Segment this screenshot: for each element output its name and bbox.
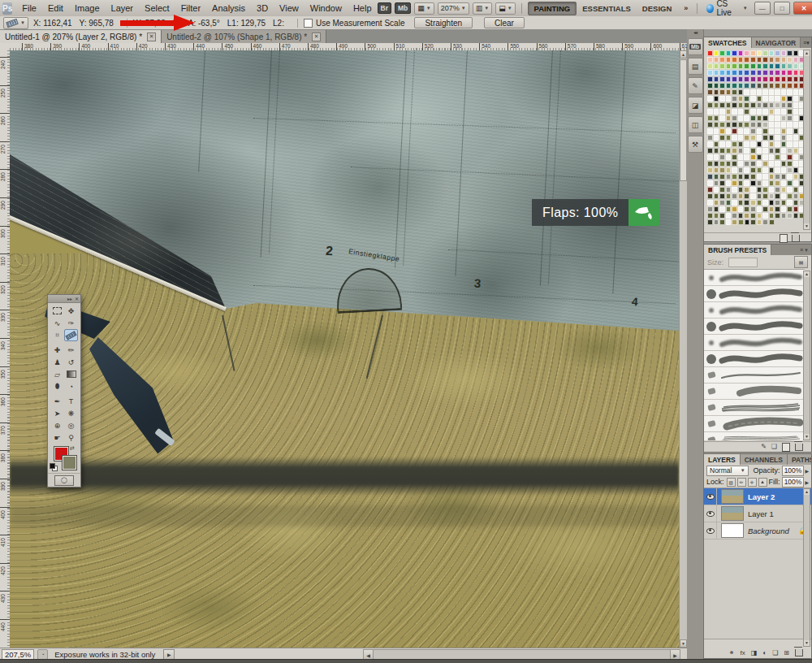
color-swatch[interactable] [793,174,799,180]
color-swatch[interactable] [732,213,737,219]
scrollbar-thumb[interactable] [680,59,687,181]
color-swatch[interactable] [714,161,719,167]
color-swatch[interactable] [707,50,713,56]
color-swatch[interactable] [787,70,793,76]
color-swatch[interactable] [719,167,725,173]
color-swatch[interactable] [781,76,787,82]
color-swatch[interactable] [769,174,775,180]
color-swatch[interactable] [769,83,775,89]
color-swatch[interactable] [744,50,749,56]
color-swatch[interactable] [707,83,713,89]
move-tool[interactable]: ✥ [64,305,78,317]
color-swatch[interactable] [738,115,744,121]
color-swatch[interactable] [750,161,756,167]
color-swatch[interactable] [719,200,725,206]
color-swatch[interactable] [775,109,780,115]
color-swatch[interactable] [781,115,787,121]
color-swatch[interactable] [781,83,787,89]
launch-bridge-button[interactable]: Br [378,2,391,14]
color-swatch[interactable] [738,180,744,186]
color-swatch[interactable] [787,167,793,173]
ruler-tool[interactable] [64,329,78,341]
spot-healing-brush-tool[interactable]: ✚ [50,344,64,356]
color-swatch[interactable] [787,115,793,121]
color-swatch[interactable] [750,115,756,121]
color-swatch[interactable] [769,115,775,121]
color-swatch[interactable] [707,219,713,225]
wrench-icon[interactable]: ⚒ [688,136,703,153]
color-swatch[interactable] [757,187,762,193]
color-swatch[interactable] [732,187,737,193]
color-swatch[interactable] [757,89,762,95]
color-swatch[interactable] [714,174,719,180]
color-swatch[interactable] [769,128,775,134]
crop-tool[interactable]: ⌗ [50,329,64,341]
color-swatch[interactable] [744,83,749,89]
color-swatch[interactable] [714,200,719,206]
color-swatch[interactable] [714,70,719,76]
color-swatch[interactable] [750,96,756,102]
scroll-up-icon[interactable]: ▲ [804,271,810,277]
color-swatch[interactable] [744,76,749,82]
color-swatch[interactable] [781,193,787,199]
new-swatch-icon[interactable] [780,234,788,243]
visibility-toggle[interactable] [704,505,717,522]
color-swatch[interactable] [744,200,749,206]
color-swatch[interactable] [775,122,780,128]
color-swatch[interactable] [775,148,780,154]
color-swatch[interactable] [781,50,787,56]
new-brush-icon[interactable] [782,443,790,452]
quick-mask-button[interactable]: ◯ [54,475,74,486]
color-swatch[interactable] [750,76,756,82]
color-swatch[interactable] [726,219,732,225]
color-swatch[interactable] [707,76,713,82]
blend-mode-select[interactable]: Normal ▼ [706,466,749,476]
color-swatch[interactable] [726,89,732,95]
color-swatch[interactable] [732,167,737,173]
color-swatch[interactable] [775,200,780,206]
color-swatch[interactable] [757,115,762,121]
color-swatch[interactable] [738,89,744,95]
color-swatch[interactable] [719,219,725,225]
brush-preset-1[interactable] [704,270,805,286]
color-swatch[interactable] [781,96,787,102]
color-swatch[interactable] [775,174,780,180]
color-swatch[interactable] [738,135,744,141]
color-swatch[interactable] [775,187,780,193]
color-swatch[interactable] [732,135,737,141]
color-swatch[interactable] [738,148,744,154]
color-swatch[interactable] [762,161,768,167]
color-swatch[interactable] [726,76,732,82]
color-swatch[interactable] [762,206,768,212]
color-swatch[interactable] [775,70,780,76]
color-swatch[interactable] [781,206,787,212]
lock-pixels-icon[interactable]: ✏ [737,478,746,487]
color-swatch[interactable] [757,83,762,89]
color-swatch[interactable] [726,109,732,115]
color-swatch[interactable] [714,213,719,219]
color-swatch[interactable] [732,206,737,212]
color-swatch[interactable] [726,115,732,121]
color-swatch[interactable] [738,50,744,56]
color-swatch[interactable] [726,63,732,69]
color-swatch[interactable] [732,89,737,95]
color-swatch[interactable] [750,213,756,219]
color-swatch[interactable] [719,148,725,154]
restore-button[interactable]: □ [774,2,790,15]
color-swatch[interactable] [714,193,719,199]
brush-preset-8[interactable] [704,384,805,400]
color-swatch[interactable] [762,115,768,121]
color-swatch[interactable] [750,70,756,76]
color-swatch[interactable] [757,96,762,102]
color-swatch[interactable] [757,200,762,206]
color-swatch[interactable] [787,102,793,108]
mini-bridge-icon[interactable]: Mb [688,38,703,55]
color-swatch[interactable] [707,109,713,115]
minimize-button[interactable]: — [754,2,771,15]
color-swatch[interactable] [726,148,732,154]
background-color-swatch[interactable] [62,455,77,470]
color-swatch[interactable] [714,187,719,193]
color-swatch[interactable] [707,89,713,95]
color-swatch[interactable] [787,109,793,115]
color-swatch[interactable] [757,57,762,63]
